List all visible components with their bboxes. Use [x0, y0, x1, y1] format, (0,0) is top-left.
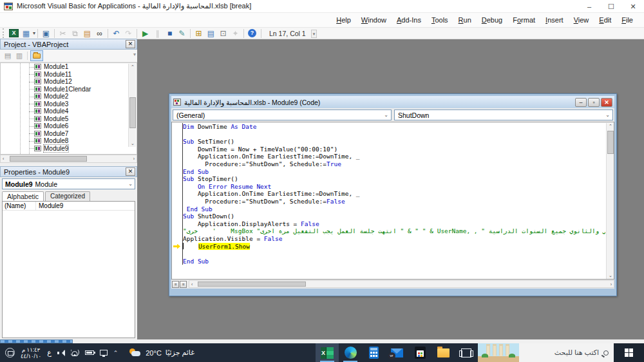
language-indicator[interactable]: ع: [47, 348, 52, 357]
menu-format[interactable]: Format: [508, 14, 540, 26]
menu-help[interactable]: Help: [332, 14, 355, 26]
weather-widget[interactable]: 20°C غائم جزئيًا: [129, 348, 194, 357]
margin-indicator-bar[interactable]: [172, 153, 183, 160]
project-explorer-icon[interactable]: ⊞: [193, 28, 205, 39]
code-line[interactable]: End Sub: [172, 205, 605, 213]
menu-run[interactable]: Run: [454, 14, 476, 26]
menu-file[interactable]: File: [617, 14, 638, 26]
insert-userform-icon[interactable]: ▦: [20, 28, 32, 39]
margin-indicator-bar[interactable]: [172, 123, 183, 131]
view-excel-icon[interactable]: X: [8, 28, 20, 39]
tree-item-module7[interactable]: Module7: [1, 130, 137, 138]
code-line[interactable]: [172, 250, 605, 258]
procedure-view-button[interactable]: ≡: [172, 281, 179, 288]
menu-edit[interactable]: Edit: [594, 14, 616, 26]
code-line[interactable]: Application.DisplayAlerts = False: [172, 220, 605, 228]
taskbar-excel-icon[interactable]: X: [316, 343, 339, 362]
full-module-view-button[interactable]: ≡: [180, 281, 187, 288]
margin-indicator-bar[interactable]: [172, 146, 183, 153]
design-mode-icon[interactable]: ✎: [176, 28, 188, 39]
taskbar-search[interactable]: اكتب هنا للبحث: [519, 343, 614, 362]
code-minimize-button[interactable]: –: [575, 98, 587, 107]
code-line[interactable]: Sub ShutDown(): [172, 213, 605, 220]
code-line[interactable]: End Sub: [172, 258, 605, 265]
view-code-icon[interactable]: ▤: [3, 52, 13, 61]
code-line[interactable]: DownTime = Now + TimeValue("00:00:10"): [172, 146, 605, 153]
code-line[interactable]: [172, 131, 605, 138]
margin-indicator-bar[interactable]: [172, 175, 183, 183]
taskbar-store-icon[interactable]: [408, 343, 431, 362]
code-window-titlebar[interactable]: المحاسبة والإدارة المالية.xlsb - Module9…: [171, 96, 614, 108]
minimize-button[interactable]: –: [578, 0, 600, 13]
code-line[interactable]: Dim DownTime As Date: [172, 123, 605, 131]
tab-alphabetic[interactable]: Alphabetic: [2, 191, 44, 201]
menu-view[interactable]: View: [569, 14, 594, 26]
menu-tools[interactable]: Tools: [427, 14, 453, 26]
tree-item-module4[interactable]: Module4: [1, 108, 137, 115]
paste-icon[interactable]: ▤: [81, 28, 93, 39]
code-line[interactable]: Sub StopTimer(): [172, 175, 605, 183]
toolbar-options-icon[interactable]: ▾: [311, 30, 317, 38]
code-line[interactable]: Application.OnTime EarliestTime:=DownTim…: [172, 153, 605, 160]
view-object-icon[interactable]: ▥: [14, 52, 24, 61]
code-line[interactable]: Procedure:="ShutDown", Schedule:=True: [172, 160, 605, 168]
cut-icon[interactable]: ✂: [57, 28, 69, 39]
object-browser-icon[interactable]: ⊡: [217, 28, 229, 39]
wifi-icon[interactable]: [71, 350, 79, 356]
news-widget-image[interactable]: [478, 343, 519, 362]
tray-chevron-icon[interactable]: ⌃: [113, 350, 118, 356]
code-editor[interactable]: Dim DownTime As DateSub SetTimer() DownT…: [171, 122, 614, 280]
margin-indicator-bar[interactable]: [172, 168, 183, 176]
find-icon[interactable]: ∞: [93, 28, 106, 39]
project-tree-vscrollbar[interactable]: ⌃ ⌄: [128, 64, 136, 147]
taskbar-edge-icon[interactable]: [339, 343, 362, 362]
help-icon[interactable]: ?: [246, 28, 258, 39]
start-button[interactable]: [614, 343, 644, 362]
margin-indicator-bar[interactable]: [172, 190, 183, 198]
code-line[interactable]: Application.OnTime EarliestTime:=DownTim…: [172, 190, 605, 198]
close-button[interactable]: ✕: [622, 0, 644, 13]
property-row[interactable]: (Name) Module9: [3, 202, 135, 211]
speaker-icon[interactable]: [57, 350, 65, 356]
margin-indicator-bar[interactable]: [172, 131, 183, 138]
code-line[interactable]: Procedure:="ShutDown", Schedule:=False: [172, 198, 605, 205]
project-panel-close-icon[interactable]: ✕: [126, 40, 135, 48]
save-icon[interactable]: ▣: [40, 28, 52, 39]
tree-item-module5[interactable]: Module5: [1, 115, 137, 123]
toggle-folders-button[interactable]: [30, 50, 43, 61]
margin-indicator-bar[interactable]: [172, 220, 183, 228]
code-hscrollbar[interactable]: ‹ ›: [189, 280, 614, 288]
menu-debug[interactable]: Debug: [477, 14, 507, 26]
code-line[interactable]: UserForm1.Show: [172, 243, 605, 251]
taskbar-calculator-icon[interactable]: [362, 343, 385, 362]
menu-insert[interactable]: Insert: [541, 14, 568, 26]
tree-item-module11[interactable]: Module11: [1, 71, 137, 79]
margin-indicator-bar[interactable]: [172, 138, 183, 146]
margin-indicator-bar[interactable]: [172, 160, 183, 168]
margin-indicator-bar[interactable]: [172, 198, 183, 205]
code-close-button[interactable]: ✕: [601, 98, 612, 107]
run-icon[interactable]: ▶: [139, 28, 151, 39]
maximize-button[interactable]: ☐: [600, 0, 622, 13]
object-combobox[interactable]: (General) ⌄: [173, 110, 392, 120]
display-icon[interactable]: [100, 350, 108, 356]
code-restore-button[interactable]: ▫: [588, 98, 600, 107]
procedure-combobox[interactable]: ShutDown ⌄: [394, 110, 613, 120]
margin-indicator-bar[interactable]: [172, 213, 183, 220]
taskbar-file-explorer-icon[interactable]: [431, 343, 455, 362]
toolbar-grip[interactable]: [3, 28, 6, 38]
margin-indicator-bar[interactable]: [172, 258, 183, 265]
toolbox-icon[interactable]: ✦: [229, 28, 242, 39]
undo-icon[interactable]: ↶: [110, 28, 122, 39]
tab-categorized[interactable]: Categorized: [45, 191, 90, 201]
margin-indicator-bar[interactable]: [172, 250, 183, 258]
redo-icon[interactable]: ↷: [122, 28, 135, 39]
taskbar-mail-icon[interactable]: [385, 343, 408, 362]
code-vscrollbar[interactable]: ⌃ ⌄: [606, 123, 614, 279]
battery-icon[interactable]: [85, 350, 94, 355]
tree-item-module3[interactable]: Module3: [1, 100, 137, 108]
properties-object-combobox[interactable]: Module9 Module ⌄: [2, 178, 135, 189]
code-line[interactable]: End Sub: [172, 168, 605, 176]
code-line[interactable]: On Error Resume Next: [172, 183, 605, 191]
tree-item-module2[interactable]: Module2: [1, 93, 137, 100]
